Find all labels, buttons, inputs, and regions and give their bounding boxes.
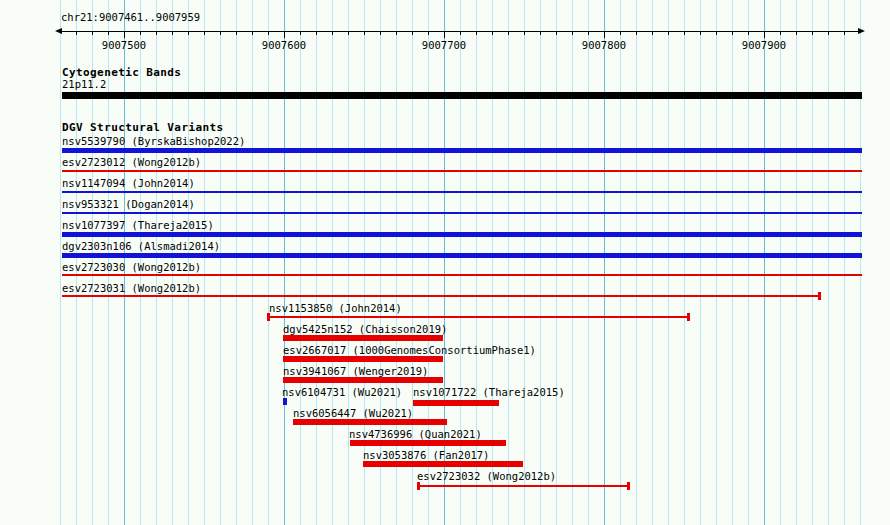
grid-minor-line [380,0,381,525]
variant-bar-glyph[interactable] [363,461,523,467]
grid-minor-line [524,0,525,525]
variant-label[interactable]: nsv1077397 (Thareja2015) [62,219,214,231]
ruler-minor-tick [508,31,509,35]
ruler-minor-tick [556,31,557,35]
ruler-minor-tick [156,31,157,35]
section-title-dgv-structural-variants: DGV Structural Variants [62,121,224,134]
variant-label[interactable]: dgv5425n152 (Chaisson2019) [283,323,447,335]
ruler-minor-tick [188,31,189,35]
grid-minor-line [796,0,797,525]
variant-label[interactable]: nsv1147094 (John2014) [62,177,195,189]
grid-minor-line [492,0,493,525]
ruler-arrow-right [858,28,865,34]
variant-bar-glyph[interactable] [413,400,499,406]
grid-minor-line [220,0,221,525]
variant-label[interactable]: esv2667017 (1000GenomesConsortiumPhase1) [283,344,536,356]
grid-minor-line [364,0,365,525]
variant-line-glyph[interactable] [62,295,819,297]
variant-point-glyph[interactable] [283,398,287,405]
grid-minor-line [828,0,829,525]
ruler-minor-tick [492,31,493,35]
grid-minor-line [332,0,333,525]
ruler-tick-label: 9007700 [412,39,476,51]
grid-minor-line [348,0,349,525]
variant-label[interactable]: esv2723031 (Wong2012b) [62,282,201,294]
ruler-minor-tick [716,31,717,35]
genome-browser-panel: chr21:9007461..9007959 90075009007600900… [0,0,890,525]
variant-label[interactable]: dgv2303n106 (Alsmadi2014) [62,240,220,252]
grid-minor-line [316,0,317,525]
grid-minor-line [236,0,237,525]
grid-minor-line [572,0,573,525]
variant-line-glyph[interactable] [62,274,862,276]
grid-major-line [764,0,765,525]
variant-label[interactable]: esv2723032 (Wong2012b) [417,470,556,482]
variant-label[interactable]: esv2723030 (Wong2012b) [62,261,201,273]
variant-line-glyph[interactable] [62,191,862,193]
grid-minor-line [716,0,717,525]
variant-end-tick [818,292,821,300]
variant-end-tick [627,482,630,490]
ruler-minor-tick [668,31,669,35]
grid-minor-line [300,0,301,525]
ruler-minor-tick [76,31,77,35]
variant-line-glyph[interactable] [268,316,688,318]
cytoband-bar[interactable] [62,92,862,99]
variant-bar-glyph[interactable] [283,356,443,362]
ruler-minor-tick [588,31,589,35]
ruler-minor-tick [332,31,333,35]
ruler-minor-tick [236,31,237,35]
cytoband-name-label: 21p11.2 [62,78,106,90]
ruler-minor-tick [204,31,205,35]
ruler-minor-tick [796,31,797,35]
grid-minor-line [620,0,621,525]
variant-bar-glyph[interactable] [62,232,862,237]
ruler-minor-tick [364,31,365,35]
ruler-minor-tick [252,31,253,35]
grid-major-line [284,0,285,525]
variant-label[interactable]: nsv6056447 (Wu2021) [293,407,413,419]
variant-label[interactable]: nsv1071722 (Thareja2015) [413,386,565,398]
ruler-minor-tick [652,31,653,35]
variant-label[interactable]: nsv3053876 (Fan2017) [363,449,489,461]
variant-bar-glyph[interactable] [350,440,506,446]
variant-bar-glyph[interactable] [293,419,447,425]
ruler-minor-tick [220,31,221,35]
variant-bar-glyph[interactable] [283,377,443,383]
variant-line-glyph[interactable] [62,212,862,214]
grid-minor-line [700,0,701,525]
ruler-minor-tick [412,31,413,35]
variant-label[interactable]: nsv5539790 (ByrskaBishop2022) [62,135,245,147]
grid-minor-line [476,0,477,525]
variant-bar-glyph[interactable] [62,148,862,153]
grid-minor-line [252,0,253,525]
ruler-major-tick [284,31,285,38]
ruler-minor-tick [540,31,541,35]
variant-bar-glyph[interactable] [62,253,862,258]
variant-bar-glyph[interactable] [283,335,443,341]
ruler-minor-tick [828,31,829,35]
variant-label[interactable]: nsv3941067 (Wenger2019) [283,365,428,377]
ruler-minor-tick [684,31,685,35]
variant-end-tick [267,313,270,321]
variant-line-glyph[interactable] [62,170,862,172]
grid-minor-line [396,0,397,525]
variant-label[interactable]: nsv6104731 (Wu2021) [282,386,402,398]
variant-end-tick [417,482,420,490]
variant-label[interactable]: nsv953321 (Dogan2014) [62,198,195,210]
variant-end-tick [687,313,690,321]
variant-label[interactable]: nsv1153850 (John2014) [269,302,402,314]
grid-minor-line [428,0,429,525]
ruler-minor-tick [732,31,733,35]
ruler-minor-tick [700,31,701,35]
variant-label[interactable]: esv2723012 (Wong2012b) [62,156,201,168]
variant-line-glyph[interactable] [418,485,628,487]
variant-label[interactable]: nsv4736996 (Quan2021) [349,428,482,440]
ruler-minor-tick [268,31,269,35]
ruler-tick-label: 9007900 [732,39,796,51]
ruler-minor-tick [428,31,429,35]
region-label: chr21:9007461..9007959 [61,11,200,23]
ruler-major-tick [124,31,125,38]
grid-minor-line [588,0,589,525]
grid-minor-line [556,0,557,525]
